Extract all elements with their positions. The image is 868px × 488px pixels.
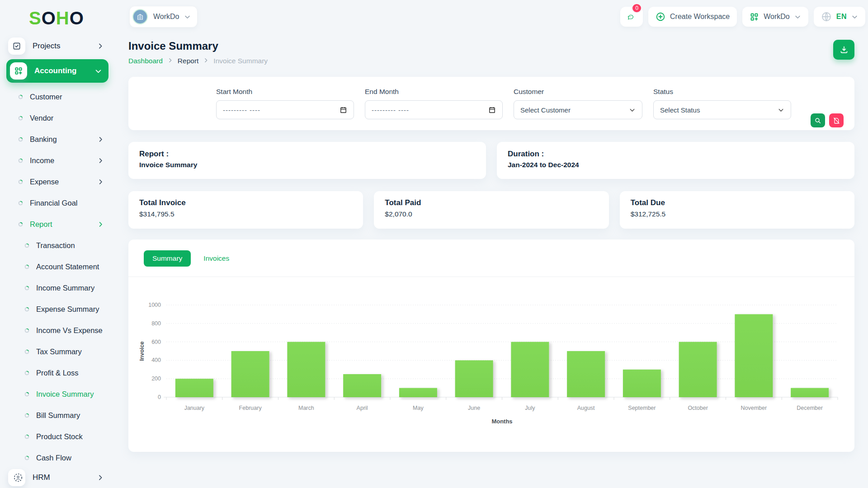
- sidebar-item-label: Tax Summary: [36, 347, 82, 356]
- sidebar-item-projects[interactable]: Projects: [6, 36, 108, 56]
- start-month-input[interactable]: --------- ----: [216, 100, 354, 119]
- report-info-title: Report :: [139, 150, 475, 159]
- svg-text:March: March: [298, 405, 314, 411]
- breadcrumb-dashboard[interactable]: Dashboard: [128, 57, 163, 65]
- sidebar-item-label: Income Summary: [36, 284, 94, 292]
- bullet-icon: [24, 349, 29, 354]
- sidebar-item-financial-goal[interactable]: Financial Goal: [0, 192, 115, 214]
- sidebar-item-label: Bill Summary: [36, 411, 80, 420]
- sidebar-item-transaction[interactable]: Transaction: [0, 235, 115, 256]
- sidebar-item-tax-summary[interactable]: Tax Summary: [0, 341, 115, 362]
- tab-summary[interactable]: Summary: [144, 250, 191, 267]
- tab-invoices[interactable]: Invoices: [203, 254, 229, 263]
- sidebar-item-label: Customer: [30, 93, 62, 101]
- workdo-menu-button[interactable]: WorkDo: [742, 7, 808, 27]
- bullet-icon: [24, 455, 29, 460]
- svg-text:June: June: [468, 405, 480, 411]
- sidebar-item-account-statement[interactable]: Account Statement: [0, 256, 115, 277]
- sidebar-item-label: Expense: [30, 178, 59, 186]
- search-icon: [814, 117, 821, 124]
- svg-text:May: May: [413, 405, 424, 411]
- total-label: Total Invoice: [139, 198, 352, 207]
- sidebar-item-banking[interactable]: Banking: [0, 129, 115, 150]
- chevron-right-icon: [97, 221, 104, 228]
- sidebar-item-product-stock[interactable]: Product Stock: [0, 426, 115, 447]
- breadcrumb-report[interactable]: Report: [178, 57, 199, 65]
- sidebar-item-hrm[interactable]: HRM: [6, 467, 108, 488]
- chevron-down-icon: [794, 14, 801, 20]
- sidebar-item-income-vs-expense[interactable]: Income Vs Expense: [0, 320, 115, 341]
- app-logo[interactable]: SOHO: [0, 5, 115, 35]
- svg-text:0: 0: [158, 394, 161, 400]
- total-value: $314,795.5: [139, 210, 352, 218]
- apply-filter-button[interactable]: [811, 113, 825, 127]
- svg-text:August: August: [577, 405, 595, 411]
- sidebar-item-bill-summary[interactable]: Bill Summary: [0, 405, 115, 426]
- chevron-right-icon: [97, 42, 104, 50]
- bullet-icon: [24, 264, 29, 269]
- create-workspace-label: Create Workspace: [670, 13, 730, 21]
- sidebar-item-income[interactable]: Income: [0, 150, 115, 171]
- language-selector[interactable]: EN: [814, 7, 865, 27]
- status-label: Status: [653, 88, 791, 96]
- status-select[interactable]: Select Status: [653, 100, 791, 119]
- bullet-icon: [24, 413, 29, 418]
- duration-info-value: Jan-2024 to Dec-2024: [508, 161, 844, 169]
- svg-text:800: 800: [151, 320, 161, 327]
- checkbox-icon: [8, 38, 25, 55]
- bullet-icon: [18, 222, 23, 227]
- duration-info-card: Duration : Jan-2024 to Dec-2024: [497, 142, 854, 179]
- sidebar-item-expense[interactable]: Expense: [0, 171, 115, 192]
- sidebar-item-label: Accounting: [34, 66, 77, 75]
- sidebar-item-label: Income Vs Expense: [36, 326, 103, 335]
- sidebar-item-income-summary[interactable]: Income Summary: [0, 277, 115, 299]
- chevron-right-icon: [97, 136, 104, 143]
- svg-text:1000: 1000: [148, 302, 161, 308]
- total-card-total-invoice: Total Invoice $314,795.5: [128, 191, 363, 229]
- svg-text:600: 600: [151, 339, 161, 345]
- total-value: $2,070.0: [385, 210, 598, 218]
- workdo-menu-label: WorkDo: [764, 13, 790, 21]
- download-button[interactable]: [833, 40, 854, 60]
- sidebar-item-accounting[interactable]: Accounting: [6, 59, 108, 83]
- end-month-input[interactable]: --------- ----: [365, 100, 503, 119]
- chevron-down-icon: [629, 107, 636, 113]
- sidebar-item-profit-loss[interactable]: Profit & Loss: [0, 362, 115, 384]
- bullet-icon: [18, 94, 23, 99]
- logo-letter: S: [29, 8, 42, 28]
- clear-filter-icon: [833, 117, 840, 124]
- language-code: EN: [836, 13, 847, 21]
- svg-text:Invoice: Invoice: [139, 341, 145, 361]
- calendar-icon: [340, 106, 347, 114]
- svg-text:200: 200: [151, 375, 161, 382]
- svg-text:September: September: [628, 405, 656, 411]
- calendar-icon: [488, 106, 496, 114]
- workspace-switcher[interactable]: WorkDo: [129, 6, 198, 28]
- messages-badge: 0: [632, 3, 642, 13]
- sidebar-item-label: Account Statement: [36, 263, 99, 271]
- report-info-value: Invoice Summary: [139, 161, 475, 169]
- sidebar-item-vendor[interactable]: Vendor: [0, 108, 115, 129]
- sidebar-item-expense-summary[interactable]: Expense Summary: [0, 299, 115, 320]
- breadcrumb-separator-icon: [167, 57, 173, 65]
- bullet-icon: [24, 307, 29, 312]
- chevron-down-icon: [94, 67, 102, 75]
- sidebar-item-invoice-summary[interactable]: Invoice Summary: [0, 384, 115, 405]
- sidebar-item-label: Projects: [33, 42, 60, 51]
- customer-select[interactable]: Select Customer: [514, 100, 642, 119]
- sidebar-item-label: Transaction: [36, 241, 75, 250]
- customer-label: Customer: [514, 88, 642, 96]
- chevron-right-icon: [97, 474, 104, 481]
- messages-button[interactable]: 0: [620, 7, 643, 27]
- sidebar-item-report[interactable]: Report: [0, 214, 115, 235]
- svg-text:July: July: [525, 405, 535, 411]
- sidebar-item-cash-flow[interactable]: Cash Flow: [0, 447, 115, 469]
- workspace-name: WorkDo: [153, 13, 179, 21]
- svg-text:December: December: [797, 405, 823, 411]
- sidebar-item-label: Profit & Loss: [36, 369, 79, 377]
- plus-circle-icon: [656, 12, 665, 22]
- sidebar-item-customer[interactable]: Customer: [0, 86, 115, 108]
- reset-filter-button[interactable]: [829, 113, 844, 127]
- create-workspace-button[interactable]: Create Workspace: [648, 7, 737, 27]
- chevron-down-icon: [184, 14, 191, 20]
